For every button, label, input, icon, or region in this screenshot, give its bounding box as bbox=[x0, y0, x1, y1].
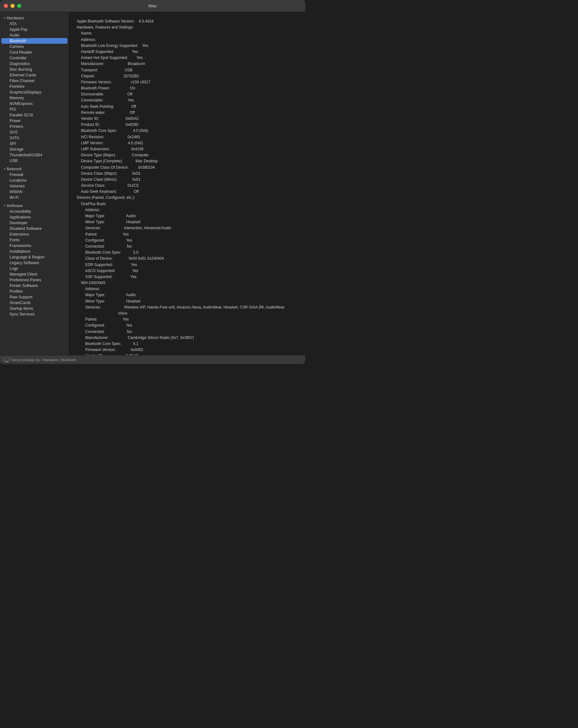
sidebar-item-locations[interactable]: Locations bbox=[1, 178, 68, 183]
sidebar-item-disabledsoftware[interactable]: Disabled Software bbox=[1, 226, 68, 231]
sidebar-item-volumes[interactable]: Volumes bbox=[1, 183, 68, 189]
sidebar-item-pci[interactable]: PCI bbox=[1, 107, 68, 112]
hardware-label: Hardware bbox=[7, 16, 24, 20]
sidebar-item-diagnostics[interactable]: Diagnostics bbox=[1, 61, 68, 67]
sidebar-item-syncservices[interactable]: Sync Services bbox=[1, 311, 68, 317]
sidebar-item-power[interactable]: Power bbox=[1, 118, 68, 124]
sidebar-item-ata[interactable]: ATA bbox=[1, 21, 68, 27]
minimize-button[interactable] bbox=[10, 4, 15, 8]
sidebar-item-applepay[interactable]: Apple Pay bbox=[1, 27, 68, 32]
sidebar-item-storage[interactable]: Storage bbox=[1, 147, 68, 152]
svg-rect-2 bbox=[5, 362, 8, 362]
sidebar-item-memory[interactable]: Memory bbox=[1, 95, 68, 101]
sidebar-item-developer[interactable]: Developer bbox=[1, 220, 68, 226]
content-area: ▾ Hardware ATA Apple Pay Audio Bluetooth… bbox=[0, 12, 305, 355]
sidebar-item-wifi[interactable]: Wi-Fi bbox=[1, 195, 68, 200]
close-button[interactable] bbox=[4, 4, 8, 8]
sidebar-item-managedclient[interactable]: Managed Client bbox=[1, 271, 68, 277]
hardware-chevron: ▾ bbox=[4, 17, 5, 20]
sidebar-item-camera[interactable]: Camera bbox=[1, 44, 68, 49]
sidebar-item-thunderbolt[interactable]: Thunderbolt/USB4 bbox=[1, 152, 68, 158]
sidebar-item-ethernetcards[interactable]: Ethernet Cards bbox=[1, 72, 68, 78]
monitor-icon bbox=[4, 358, 9, 362]
sidebar-item-applications[interactable]: Applications bbox=[1, 214, 68, 220]
sidebar-item-fonts[interactable]: Fonts bbox=[1, 237, 68, 243]
sidebar-item-spi[interactable]: SPI bbox=[1, 141, 68, 147]
svg-rect-0 bbox=[4, 358, 9, 361]
sidebar-item-sas[interactable]: SAS bbox=[1, 129, 68, 135]
sidebar-item-sata[interactable]: SATA bbox=[1, 135, 68, 141]
sidebar-item-installations[interactable]: Installations bbox=[1, 249, 68, 254]
sidebar-item-profiles[interactable]: Profiles bbox=[1, 289, 68, 294]
sidebar-item-controller[interactable]: Controller bbox=[1, 55, 68, 61]
sidebar-item-audio[interactable]: Audio bbox=[1, 32, 68, 38]
window-title: iMac bbox=[148, 3, 157, 8]
sidebar-item-rawsupport[interactable]: Raw Support bbox=[1, 294, 68, 300]
hardware-section-header: ▾ Hardware bbox=[0, 15, 69, 21]
sidebar-item-wwan[interactable]: WWAN bbox=[1, 189, 68, 195]
software-chevron: ▾ bbox=[4, 204, 5, 207]
software-label: Software bbox=[7, 204, 23, 208]
sidebar-item-startupitems[interactable]: Startup Items bbox=[1, 306, 68, 311]
main-content-area: Apple Bluetooth Software Version: 8.0.4d… bbox=[69, 12, 305, 355]
sidebar-item-bluetooth[interactable]: Bluetooth bbox=[1, 38, 68, 44]
sidebar-item-nvmexpress[interactable]: NVMExpress bbox=[1, 101, 68, 107]
traffic-lights bbox=[4, 4, 21, 8]
sidebar-item-frameworks[interactable]: Frameworks bbox=[1, 243, 68, 249]
bluetooth-info: Apple Bluetooth Software Version: 8.0.4d… bbox=[77, 18, 298, 355]
maximize-button[interactable] bbox=[17, 4, 21, 8]
sidebar: ▾ Hardware ATA Apple Pay Audio Bluetooth… bbox=[0, 12, 69, 355]
sidebar-item-parallelscsi[interactable]: Parallel SCSI bbox=[1, 112, 68, 118]
network-section-header: ▾ Network bbox=[0, 165, 69, 172]
sidebar-item-extensions[interactable]: Extensions bbox=[1, 231, 68, 237]
statusbar: home.czdesign.hu › Hardware › Bluetooth bbox=[0, 355, 305, 364]
sidebar-item-legacysoftware[interactable]: Legacy Software bbox=[1, 260, 68, 266]
sidebar-item-firewire[interactable]: FireWire bbox=[1, 84, 68, 89]
sidebar-item-smartcards[interactable]: SmartCards bbox=[1, 300, 68, 306]
sidebar-item-cardreader[interactable]: Card Reader bbox=[1, 49, 68, 55]
sidebar-item-firewall[interactable]: Firewall bbox=[1, 172, 68, 178]
sidebar-item-languageregion[interactable]: Language & Region bbox=[1, 254, 68, 260]
sidebar-item-fibrechannel[interactable]: Fibre Channel bbox=[1, 78, 68, 84]
statusbar-path: home.czdesign.hu › Hardware › Bluetooth bbox=[11, 358, 76, 362]
sidebar-item-discburning[interactable]: Disc Burning bbox=[1, 67, 68, 72]
sidebar-item-logs[interactable]: Logs bbox=[1, 266, 68, 271]
titlebar: iMac bbox=[0, 0, 305, 12]
sidebar-item-printersoftware[interactable]: Printer Software bbox=[1, 283, 68, 289]
sidebar-item-usb[interactable]: USB bbox=[1, 158, 68, 164]
sidebar-item-printers[interactable]: Printers bbox=[1, 124, 68, 129]
software-section-header: ▾ Software bbox=[0, 202, 69, 209]
sidebar-item-accessibility[interactable]: Accessibility bbox=[1, 209, 68, 214]
sidebar-item-preferencepanes[interactable]: Preference Panes bbox=[1, 277, 68, 283]
network-chevron: ▾ bbox=[4, 167, 5, 171]
main-window: iMac ▾ Hardware ATA Apple Pay Audio Blue… bbox=[0, 0, 305, 364]
svg-rect-1 bbox=[6, 361, 8, 362]
sidebar-item-graphics[interactable]: Graphics/Displays bbox=[1, 89, 68, 95]
network-label: Network bbox=[7, 167, 22, 171]
